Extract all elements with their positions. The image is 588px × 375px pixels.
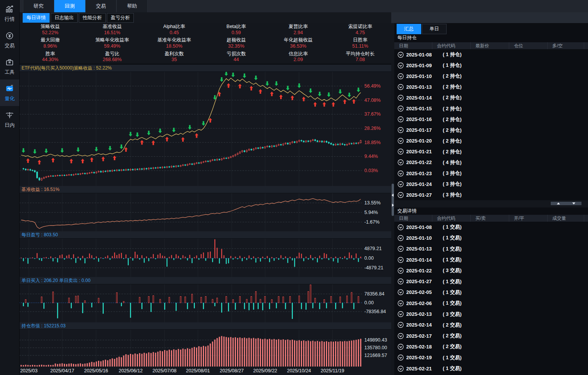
expand-chevron-icon[interactable] [397, 246, 404, 252]
position-row[interactable]: 2025-01-21( 2 持仓) [394, 146, 588, 157]
expand-chevron-icon[interactable] [397, 127, 404, 133]
expand-chevron-icon[interactable] [397, 235, 404, 241]
expand-chevron-icon[interactable] [397, 116, 404, 123]
stat-label: 亏损次数 [227, 51, 246, 57]
trade-row[interactable]: 2025-02-14( 2 交易) [394, 320, 588, 330]
position-row[interactable]: 2025-01-20( 2 持仓) [394, 136, 588, 146]
expand-chevron-icon[interactable] [397, 289, 404, 295]
position-row[interactable]: 2025-01-23( 3 持仓) [394, 168, 588, 179]
row-date: 2025-01-13 [406, 84, 443, 90]
sidebar-item-market[interactable]: 行情 [0, 0, 19, 27]
trade-row[interactable]: 2025-02-19( 1 交易) [394, 352, 588, 363]
expand-chevron-icon[interactable] [397, 84, 404, 90]
right-panel-tab-single-day[interactable]: 单日 [422, 24, 447, 34]
expand-chevron-icon[interactable] [397, 300, 404, 307]
splitter-handle[interactable] [392, 184, 394, 216]
sidebar-item-tools[interactable]: 工具 [0, 53, 19, 80]
menu-tab-backtest[interactable]: 回测 [54, 0, 85, 12]
right-panel-tab-summary[interactable]: 汇总 [397, 24, 421, 34]
position-row[interactable]: 2025-01-27( 3 持仓) [394, 189, 588, 200]
daily-buy-sell-chart[interactable]: 78356.840.00-78356.84 [19, 284, 391, 322]
expand-chevron-icon[interactable] [397, 257, 404, 263]
benchmark-return-chart[interactable]: 13.55%5.94%-1.67% [19, 193, 391, 231]
sidebar-item-trade[interactable]: 交易 [0, 27, 19, 53]
stat-label: 超额收益 [227, 37, 246, 43]
position-value-chart[interactable]: 149890.43135780.00121669.57 [19, 330, 391, 367]
expand-chevron-icon[interactable] [397, 95, 404, 101]
subtab-daily-detail[interactable]: 每日详情 [23, 13, 50, 23]
stat-cell: 盈利次数35 [143, 50, 205, 64]
position-row[interactable]: 2025-01-09( 1 持仓) [394, 60, 588, 71]
expand-chevron-icon[interactable] [397, 192, 404, 198]
expand-chevron-icon[interactable] [397, 170, 404, 177]
row-date: 2025-01-22 [406, 159, 443, 165]
trade-row[interactable]: 2025-02-05( 1 交易) [394, 287, 588, 298]
expand-chevron-icon[interactable] [397, 343, 404, 350]
menu-tab-help[interactable]: 帮助 [116, 0, 148, 12]
sidebar-item-label: 日内 [5, 122, 15, 129]
strategy-return-chart[interactable]: 56.49%47.08%37.67%28.26%18.85%9.44%0.03% [19, 72, 391, 186]
position-row[interactable]: 2025-01-14( 2 持仓) [394, 92, 588, 103]
scroll-down-icon[interactable] [572, 202, 575, 204]
sidebar-item-label: 交易 [5, 42, 15, 49]
subtab-log-output[interactable]: 日志输出 [51, 13, 78, 23]
expand-chevron-icon[interactable] [397, 62, 404, 69]
position-row[interactable]: 2025-01-08( 1 持仓) [394, 49, 588, 60]
svg-text:13.55%: 13.55% [364, 200, 380, 206]
menu-tab-research[interactable]: 研究 [23, 0, 54, 12]
position-row[interactable]: 2025-01-22( 4 持仓) [394, 157, 588, 168]
daily-pnl-chart[interactable]: 4879.210.00-4879.21 [19, 239, 391, 277]
splitter-collapse-right-icon[interactable] [392, 204, 394, 207]
trade-row[interactable]: 2025-02-13( 3 交易) [394, 309, 588, 319]
stat-cell: 基准年化收益率18.50% [143, 37, 205, 50]
expand-chevron-icon[interactable] [397, 333, 404, 339]
stat-cell: 信息比率2.09 [267, 50, 329, 64]
expand-chevron-icon[interactable] [397, 365, 404, 372]
scroll-up-icon[interactable] [557, 202, 560, 204]
position-row[interactable]: 2025-01-10( 2 持仓) [394, 71, 588, 81]
row-date: 2025-01-23 [406, 171, 443, 176]
row-summary: ( 2 持仓) [443, 105, 462, 112]
expand-chevron-icon[interactable] [397, 181, 404, 188]
trade-row[interactable]: 2025-02-17( 2 交易) [394, 330, 588, 341]
expand-chevron-icon[interactable] [397, 267, 404, 274]
sidebar-item-intraday[interactable]: 日内 [0, 106, 19, 133]
trade-row[interactable]: 2025-02-06( 1 交易) [394, 298, 588, 309]
expand-chevron-icon[interactable] [397, 278, 404, 285]
position-row[interactable]: 2025-01-24( 3 持仓) [394, 179, 588, 189]
svg-text:-1.67%: -1.67% [364, 219, 380, 225]
trade-row[interactable]: 2025-01-22( 3 交易) [394, 265, 588, 276]
table-scroll-control[interactable] [551, 202, 581, 205]
trade-row[interactable]: 2025-01-08( 1 交易) [394, 222, 588, 232]
sidebar-item-quant[interactable]: 量化 [0, 80, 19, 106]
splitter-collapse-left-icon[interactable] [392, 194, 394, 197]
expand-chevron-icon[interactable] [397, 51, 404, 58]
subtab-performance[interactable]: 性能分析 [79, 13, 106, 23]
expand-chevron-icon[interactable] [397, 148, 404, 155]
vertical-splitter[interactable] [391, 23, 394, 375]
position-row[interactable]: 2025-01-13( 2 持仓) [394, 81, 588, 92]
position-row[interactable]: 2025-01-16( 2 持仓) [394, 114, 588, 125]
expand-chevron-icon[interactable] [397, 159, 404, 166]
row-summary: ( 1 持仓) [443, 62, 462, 69]
trade-row[interactable]: 2025-02-21( 1 交易) [394, 363, 588, 374]
expand-chevron-icon[interactable] [397, 105, 404, 112]
trade-row[interactable]: 2025-01-27( 1 交易) [394, 276, 588, 287]
expand-chevron-icon[interactable] [397, 224, 404, 231]
stat-cell: 超额收益32.35% [205, 37, 267, 50]
trade-row[interactable]: 2025-01-10( 1 交易) [394, 232, 588, 243]
market-icon [5, 5, 14, 14]
position-row[interactable]: 2025-01-17( 2 持仓) [394, 125, 588, 136]
expand-chevron-icon[interactable] [397, 322, 404, 328]
row-summary: ( 2 交易) [443, 322, 462, 329]
subtab-pnl-analysis[interactable]: 盈亏分析 [107, 13, 134, 23]
position-row[interactable]: 2025-01-15( 2 持仓) [394, 103, 588, 114]
expand-chevron-icon[interactable] [397, 138, 404, 144]
expand-chevron-icon[interactable] [397, 311, 404, 317]
trade-row[interactable]: 2025-01-14( 1 交易) [394, 254, 588, 265]
trade-row[interactable]: 2025-02-18( 2 交易) [394, 341, 588, 352]
trade-row[interactable]: 2025-01-13( 1 交易) [394, 244, 588, 254]
menu-tab-trading[interactable]: 交易 [85, 0, 116, 12]
expand-chevron-icon[interactable] [397, 354, 404, 361]
expand-chevron-icon[interactable] [397, 73, 404, 80]
